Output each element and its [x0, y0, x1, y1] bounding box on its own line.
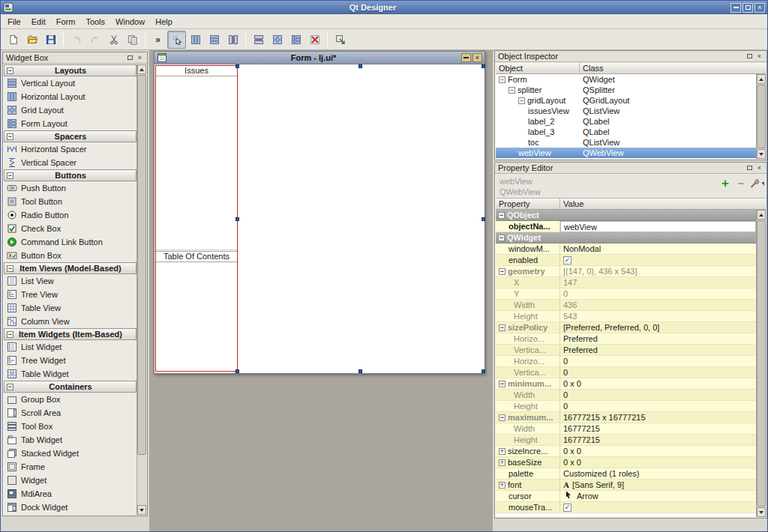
widgetbox-section-containers[interactable]: −Containers [4, 381, 136, 393]
widget-item-horizontal-spacer[interactable]: Horizontal Spacer [4, 142, 136, 156]
float-panel-icon[interactable] [126, 54, 134, 62]
tree-expander-icon[interactable]: − [508, 87, 515, 94]
property-value-cell[interactable]: 0 x 0 [560, 457, 756, 468]
toolbar-extension-button[interactable]: » [148, 31, 167, 49]
cut-button[interactable] [104, 31, 123, 49]
property-row-geometry[interactable]: −geometry[(147, 0), 436 x 543] [496, 266, 756, 277]
property-expander-icon[interactable]: − [499, 414, 506, 421]
remove-property-button[interactable]: − [734, 177, 748, 190]
property-row-height[interactable]: Height543 [496, 311, 756, 322]
property-row-height[interactable]: Height0 [496, 401, 756, 412]
widget-item-dock-widget[interactable]: Dock Widget [4, 501, 136, 514]
property-value-cell[interactable]: 0 x 0 [560, 378, 756, 390]
widget-item-table-view[interactable]: Table View [4, 301, 136, 315]
checkbox-checked-icon[interactable]: ✓ [563, 504, 572, 512]
lay-out-horizontal-splitter-button[interactable] [224, 31, 242, 49]
property-value-cell[interactable]: 0 [560, 390, 756, 401]
property-row-width[interactable]: Width436 [496, 300, 756, 311]
property-expander-icon[interactable]: + [499, 448, 506, 455]
property-value-cell[interactable]: 16777215 x 16777215 [560, 412, 756, 423]
scroll-up-icon[interactable] [757, 210, 766, 220]
widget-item-vertical-layout[interactable]: Vertical Layout [4, 76, 136, 90]
property-row-width[interactable]: Width0 [496, 390, 756, 401]
property-row-minimum[interactable]: −minimum...0 x 0 [496, 378, 756, 390]
property-row-sizepolicy[interactable]: −sizePolicy[Preferred, Preferred, 0, 0] [496, 322, 756, 333]
property-row-basesize[interactable]: +baseSize0 x 0 [496, 457, 756, 468]
maximize-button[interactable] [742, 3, 753, 13]
widget-item-form-layout[interactable]: Form Layout [4, 117, 136, 130]
inspector-row-form[interactable]: −FormQWidget [496, 74, 756, 85]
widget-item-column-view[interactable]: Column View [4, 315, 136, 328]
widget-item-table-widget[interactable]: Table Widget [4, 367, 136, 381]
widget-item-vertical-spacer[interactable]: Vertical Spacer [4, 156, 136, 169]
scroll-up-icon[interactable] [757, 74, 766, 84]
property-row-horizo[interactable]: Horizo...Preferred [496, 333, 756, 345]
form-canvas[interactable]: Issues Table Of Contents [154, 64, 484, 373]
widget-item-widget[interactable]: Widget [4, 474, 136, 487]
widget-item-list-view[interactable]: List View [4, 274, 136, 288]
property-value-cell[interactable]: 0 [560, 367, 756, 378]
tree-expander-icon[interactable]: − [518, 97, 525, 104]
property-row-maximum[interactable]: −maximum...16777215 x 16777215 [496, 412, 756, 423]
property-row-enabled[interactable]: enabled✓ [496, 255, 756, 266]
property-value-cell[interactable]: webView [560, 221, 756, 232]
edit-widgets-button[interactable] [167, 31, 186, 49]
configure-property-editor-button[interactable] [750, 177, 764, 190]
property-value-cell[interactable]: Arrow [560, 491, 756, 502]
widget-item-button-box[interactable]: Button Box [4, 249, 136, 262]
property-value-cell[interactable]: [Preferred, Preferred, 0, 0] [560, 322, 756, 333]
property-row-height[interactable]: Height16777215 [496, 435, 756, 446]
widget-item-stacked-widget[interactable]: Stacked Widget [4, 447, 136, 460]
property-row-sizeincre[interactable]: +sizeIncre...0 x 0 [496, 446, 756, 457]
break-layout-button[interactable] [305, 31, 324, 49]
toc-label[interactable]: Table Of Contents [156, 251, 237, 262]
column-class[interactable]: Class [580, 63, 766, 73]
widget-item-tree-widget[interactable]: Tree Widget [4, 354, 136, 367]
add-property-button[interactable]: + [718, 177, 732, 190]
property-value-cell[interactable]: 436 [560, 300, 756, 311]
close-button[interactable]: × [754, 3, 765, 13]
widget-item-scroll-area[interactable]: Scroll Area [4, 406, 136, 420]
object-inspector-scrollbar[interactable] [756, 74, 766, 159]
property-expander-icon[interactable]: − [499, 381, 506, 387]
inspector-row-label-2[interactable]: label_2QLabel [496, 116, 756, 127]
lay-out-vertically-button[interactable] [205, 31, 224, 49]
property-value-cell[interactable]: 543 [560, 311, 756, 322]
widget-item-frame[interactable]: Frame [4, 460, 136, 474]
mdi-area[interactable]: Form - lj.ui* × Issues Table Of Contents [149, 50, 493, 531]
collapse-icon[interactable]: − [7, 172, 14, 179]
new-form-button[interactable] [4, 31, 22, 49]
property-value-cell[interactable]: 0 [560, 401, 756, 412]
property-row-font[interactable]: +fontA[Sans Serif, 9] [496, 480, 756, 491]
redo-button[interactable] [86, 31, 104, 49]
selection-handle[interactable] [236, 369, 239, 373]
property-row-horizo[interactable]: Horizo...0 [496, 356, 756, 367]
menu-window[interactable]: Window [110, 16, 150, 28]
widget-box-titlebar[interactable]: Widget Box × [3, 52, 147, 64]
property-value-cell[interactable]: 0 x 0 [560, 446, 756, 457]
widget-box-scrollbar[interactable] [136, 64, 146, 515]
float-panel-icon[interactable] [746, 164, 754, 172]
widget-item-tool-box[interactable]: Tool Box [4, 420, 136, 433]
lay-out-grid-button[interactable] [268, 31, 286, 49]
object-inspector-titlebar[interactable]: Object Inspector × [495, 51, 766, 62]
save-form-button[interactable] [41, 31, 60, 49]
property-value-cell[interactable]: ✓ [560, 502, 756, 513]
property-group-qwidget[interactable]: −QWidget [496, 232, 756, 244]
issues-list-view[interactable] [156, 77, 237, 250]
scrollbar-thumb[interactable] [757, 220, 766, 507]
property-row-x[interactable]: X147 [496, 277, 756, 288]
checkbox-checked-icon[interactable]: ✓ [563, 256, 572, 265]
property-row-palette[interactable]: paletteCustomized (1 roles) [496, 468, 756, 480]
column-value[interactable]: Value [560, 199, 766, 209]
property-expander-icon[interactable]: − [499, 324, 506, 331]
menu-tools[interactable]: Tools [80, 16, 110, 28]
widget-item-tab-widget[interactable]: Tab Widget [4, 433, 136, 447]
scrollbar-thumb[interactable] [757, 85, 766, 148]
selection-handle[interactable] [482, 64, 485, 68]
widget-item-push-button[interactable]: OKPush Button [4, 181, 136, 195]
scrollbar-thumb[interactable] [137, 75, 146, 455]
form-editor-window[interactable]: Form - lj.ui* × Issues Table Of Contents [154, 51, 485, 374]
lay-out-horizontally-button[interactable] [186, 31, 205, 49]
menu-help[interactable]: Help [150, 16, 178, 28]
